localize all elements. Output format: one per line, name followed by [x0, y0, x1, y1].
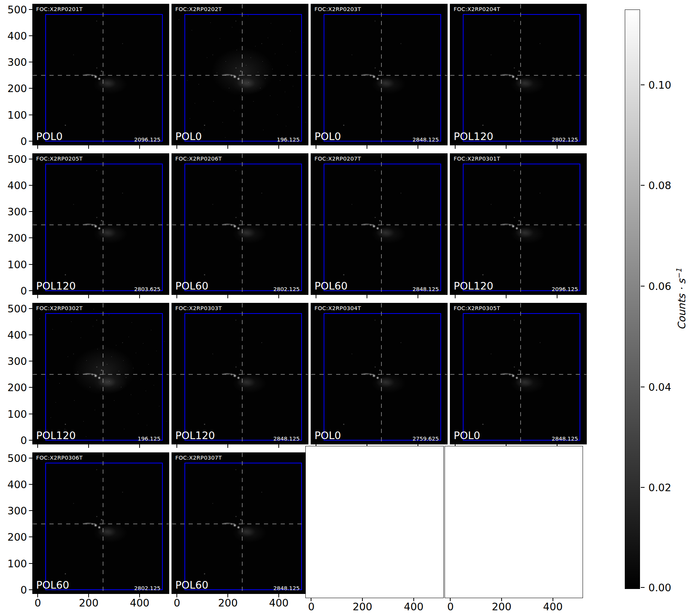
y-tick-label: 300 [7, 355, 27, 367]
y-tick-mark [29, 9, 32, 10]
foc-id-label: FOC:X2RP0305T [454, 305, 500, 311]
crosshair-vertical [520, 303, 521, 444]
crosshair-vertical [103, 154, 103, 294]
empty-panel-cell: 0200400 [311, 452, 448, 594]
x-tick-mark [418, 145, 418, 149]
y-tick-mark [29, 563, 32, 564]
crosshair-vertical [242, 4, 243, 145]
y-tick-label: 200 [7, 382, 27, 393]
x-tick-mark [455, 295, 456, 298]
y-tick-mark [29, 62, 32, 62]
crosshair-horizontal [33, 75, 169, 76]
noise-speckle [172, 4, 172, 5]
y-tick-mark [29, 458, 32, 458]
x-tick-mark [88, 295, 89, 298]
roi-box [324, 313, 441, 441]
crosshair-horizontal [450, 224, 586, 225]
roi-box [45, 313, 163, 441]
y-tick-label: 500 [7, 302, 27, 314]
y-tick-mark [29, 237, 32, 238]
pol-filter-label: POL60 [175, 579, 208, 591]
x-tick-mark [176, 444, 177, 448]
y-tick-label: 0 [21, 434, 27, 446]
crosshair-horizontal [33, 524, 169, 524]
roi-box [45, 164, 163, 291]
image-panel-cell: FOC:X2RP0301TPOL1202096.125 [450, 153, 587, 295]
image-panel-cell: FOC:X2RP0203TPOL02848.125 [311, 4, 448, 145]
astro-image: FOC:X2RP0203TPOL02848.125 [311, 4, 448, 145]
y-tick-label: 200 [7, 232, 27, 244]
foc-id-label: FOC:X2RP0304T [314, 305, 361, 311]
y-tick-label: 200 [7, 531, 27, 543]
y-tick-mark [29, 589, 32, 590]
x-tick-label: 400 [404, 601, 424, 613]
y-tick-mark [29, 159, 32, 159]
colorbar: 0.10 0.08 0.06 0.04 0.02 0.00 Counts · s… [625, 10, 694, 588]
astro-image: FOC:X2RP0304TPOL02759.625 [311, 303, 448, 444]
foc-id-label: FOC:X2RP0205T [36, 156, 83, 162]
image-panel-cell: FOC:X2RP0304TPOL02759.625 [311, 303, 448, 444]
x-tick-mark [506, 295, 507, 298]
image-panel-cell: FOC:X2RP0204TPOL1202802.125 [450, 4, 587, 145]
astro-image: FOC:X2RP0205TPOL1202803.625 [32, 153, 169, 295]
exposure-time-label: 2803.625 [134, 286, 160, 292]
colorbar-tick-label: 0.00 [648, 582, 671, 594]
colorbar-tick [641, 84, 645, 85]
y-tick-mark [29, 484, 32, 485]
pol-filter-label: POL60 [36, 579, 69, 591]
y-tick-label: 100 [7, 557, 27, 569]
pol-filter-label: POL120 [454, 280, 493, 292]
y-tick-mark [29, 185, 32, 186]
foc-id-label: FOC:X2RP0307T [175, 455, 222, 461]
pol-filter-label: POL120 [175, 430, 215, 441]
x-tick-mark [455, 145, 456, 149]
y-tick-mark [29, 88, 32, 89]
exposure-time-label: 2848.125 [273, 436, 300, 442]
colorbar-label-exponent: −1 [675, 268, 683, 279]
colorbar-tick-label: 0.04 [648, 381, 671, 393]
x-tick-mark [176, 145, 177, 149]
x-tick-label: 200 [353, 601, 372, 613]
image-panel-cell: FOC:X2RP0302TPOL120196.12550040030020010… [32, 303, 169, 444]
y-tick-mark [29, 264, 32, 265]
y-tick-mark [29, 35, 32, 36]
crosshair-vertical [381, 303, 382, 444]
y-tick-label: 0 [21, 584, 27, 595]
y-tick-mark [29, 211, 32, 212]
crosshair-horizontal [172, 75, 308, 76]
empty-axes-box: 0200400 [445, 446, 583, 598]
exposure-time-label: 2848.125 [413, 286, 439, 292]
roi-box [324, 164, 441, 291]
x-tick-mark [278, 145, 279, 149]
foc-id-label: FOC:X2RP0303T [175, 305, 222, 311]
colorbar-tick-label: 0.06 [648, 280, 671, 292]
pol-filter-label: POL0 [454, 430, 480, 441]
y-tick-label: 0 [21, 135, 27, 147]
x-tick-mark [367, 295, 367, 298]
x-tick-mark [37, 295, 38, 298]
colorbar-gradient [625, 10, 640, 589]
y-tick-mark [29, 115, 32, 115]
image-panel-cell: FOC:X2RP0206TPOL602802.125 [172, 153, 308, 295]
roi-box [45, 14, 163, 142]
x-tick-mark [227, 295, 228, 298]
pol-filter-label: POL60 [314, 280, 348, 292]
crosshair-vertical [381, 154, 382, 294]
x-tick-label: 400 [543, 601, 563, 613]
y-tick-mark [29, 141, 32, 142]
image-panel-cell: FOC:X2RP0305TPOL02848.125 [450, 303, 587, 444]
astro-image: FOC:X2RP0201TPOL02096.125 [32, 4, 169, 145]
x-tick-mark [139, 444, 140, 448]
colorbar-tick-label: 0.08 [648, 180, 671, 191]
x-tick-label: 200 [79, 597, 99, 609]
y-tick-label: 100 [7, 258, 27, 270]
x-tick-label: 200 [218, 597, 238, 609]
foc-id-label: FOC:X2RP0201T [36, 6, 83, 12]
figure: { "y_axis": { "tick_labels": ["500","400… [0, 0, 694, 616]
x-tick-mark [37, 145, 38, 149]
y-tick-label: 400 [7, 329, 27, 341]
astro-image: FOC:X2RP0206TPOL602802.125 [172, 153, 308, 295]
y-tick-label: 100 [7, 109, 27, 121]
image-panel-cell: FOC:X2RP0306TPOL602802.12502004005004003… [32, 452, 169, 594]
x-tick-label: 200 [492, 601, 511, 613]
